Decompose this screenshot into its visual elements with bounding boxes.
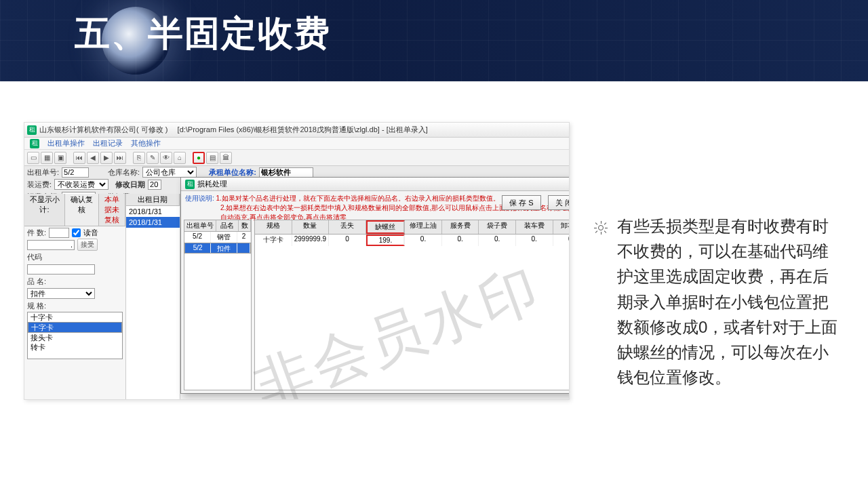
dot-input[interactable] (27, 240, 75, 250)
hide-subtotal-label: 不显示小计: (24, 194, 65, 226)
col-header: 卸车费 (553, 220, 570, 234)
jieshou-button[interactable]: 接受 (77, 239, 98, 251)
xiugai-input[interactable] (148, 180, 161, 190)
xiugai-label: 修改日期 (115, 180, 145, 190)
tb-copy-icon[interactable]: ⎘ (133, 152, 145, 164)
dialog-title: 损耗处理 (197, 179, 227, 189)
pending-review: 本单据未复核 (99, 194, 125, 226)
window-titlebar: 租 山东银杉计算机软件有限公司( 可修改 ) [d:\Program Files… (24, 123, 569, 138)
list-item[interactable]: 十字卡 (28, 312, 122, 322)
toolbar: ▭ ▦ ▣ ⏮ ◀ ▶ ⏭ ⎘ ✎ 👁 ⌂ ● ▤ 🏛 (24, 150, 569, 166)
app-icon: 租 (27, 125, 37, 135)
tb-building-icon[interactable]: 🏛 (220, 152, 232, 164)
side-explanation: 有些丢损类型是有时收费有时不收费的，可以在基础代码维护这里选成固定收费，再在后期… (617, 214, 841, 390)
slide-header-band: 五、半固定收费 (0, 0, 868, 81)
list-item[interactable]: 十字卡 (28, 322, 122, 333)
window-title-path: [d:\Program Files (x86)\银杉租赁软件2018戊狗普通版\… (178, 125, 428, 135)
window-title-company: 山东银杉计算机软件有限公司( 可修改 ) (39, 125, 167, 135)
tb-look-icon[interactable]: 👁 (160, 152, 172, 164)
tb-grid-icon[interactable]: ▤ (206, 152, 218, 164)
tb-wallet-icon[interactable]: ● (193, 152, 205, 164)
tb-first-icon[interactable]: ⏮ (73, 152, 85, 164)
col-header-queluosi[interactable]: 缺螺丝 (366, 220, 406, 234)
dialog-titlebar: 租 损耗处理 ✕ (181, 178, 570, 191)
chengzu-input[interactable] (259, 167, 313, 178)
col-header: 数 (239, 220, 251, 231)
dialog-icon: 租 (185, 180, 195, 189)
col-header: 服务费 (442, 220, 479, 234)
close-button[interactable]: 关 闭 X (548, 195, 570, 210)
menu-item[interactable]: 出租记录 (93, 138, 123, 148)
tb-prev-icon[interactable]: ◀ (87, 152, 99, 164)
chuzu-no-input[interactable] (62, 167, 89, 178)
jianshu-label: 件 数: (27, 228, 46, 238)
col-header: 规格 (255, 220, 292, 234)
guige-label: 规 格: (27, 301, 46, 311)
col-header: 袋子费 (479, 220, 516, 234)
tb-next-icon[interactable]: ▶ (100, 152, 113, 164)
col-header: 丢失 (329, 220, 366, 234)
chuzu-date-header: 出租日期 (126, 194, 180, 205)
zhuangyun-label: 装运费: (27, 180, 52, 190)
dialog-right-grid[interactable]: 规格 数量 丢失 缺螺丝 修理上油 服务费 袋子费 装车费 卸车费 十字卡 29… (254, 220, 570, 390)
loss-dialog: 租 损耗处理 ✕ 使用说明: 1.如果对某个品名进行处理，就在下面左表中选择相应… (180, 177, 570, 394)
daima-label: 代码 (27, 252, 42, 262)
queluosi-cell: 199. (366, 235, 406, 246)
tb-del-icon[interactable]: ▣ (54, 152, 66, 164)
mid-panel: 出租日期 2018/1/31 2018/1/31 (126, 194, 180, 399)
pinming-label: 品 名: (27, 277, 46, 287)
tb-new-icon[interactable]: ▭ (27, 152, 39, 164)
date-cell[interactable]: 2018/1/31 (126, 206, 180, 217)
col-header: 出租单号 (184, 220, 216, 231)
guige-list[interactable]: 十字卡 十字卡 接头卡 转卡 (27, 312, 123, 359)
list-item[interactable]: 接头卡 (28, 333, 122, 342)
tb-save-icon[interactable]: ▦ (41, 152, 53, 164)
confirm-review-header[interactable]: 确认复核 (65, 194, 99, 226)
table-row[interactable]: 5/2扣件 (184, 243, 251, 253)
left-panel: 不显示小计: 确认复核 本单据未复核 件 数: 读音 接受 代码 品 名: 扣 (24, 194, 126, 399)
tb-edit-icon[interactable]: ✎ (146, 152, 159, 164)
list-item[interactable]: 转卡 (28, 342, 122, 352)
app-icon-small: 租 (30, 139, 39, 148)
duyin-label: 读音 (83, 228, 98, 238)
tb-last-icon[interactable]: ⏭ (114, 152, 126, 164)
date-cell[interactable]: 2018/1/31 (126, 217, 180, 228)
screenshot-container: 租 山东银杉计算机软件有限公司( 可修改 ) [d:\Program Files… (24, 122, 570, 400)
zhuangyun-select[interactable]: 不收装运费 (54, 179, 108, 190)
menu-item[interactable]: 出租单操作 (47, 138, 85, 148)
save-button[interactable]: 保 存 S (502, 195, 540, 210)
cangku-select[interactable]: 公司仓库 (142, 167, 197, 178)
pinming-select[interactable]: 扣件 (27, 288, 95, 299)
dialog-left-grid[interactable]: 出租单号 品名 数 5/2钢管2 5/2扣件 (184, 220, 252, 390)
col-header: 装车费 (516, 220, 553, 234)
col-header: 数量 (292, 220, 330, 234)
jianshu-input[interactable] (49, 228, 69, 238)
cangku-label: 仓库名称: (108, 167, 140, 178)
menu-item[interactable]: 其他操作 (131, 138, 161, 148)
tb-lock-icon[interactable]: ⌂ (174, 152, 186, 164)
slide-title: 五、半固定收费 (75, 10, 331, 58)
dialog-close-icon[interactable]: ✕ (569, 179, 570, 188)
table-row[interactable]: 5/2钢管2 (184, 232, 251, 243)
table-row[interactable]: 十字卡 2999999.9 0 199. 0. 0. 0. 0. 0. (255, 235, 570, 246)
chengzu-label: 承租单位名称: (209, 167, 256, 178)
sun-icon (595, 222, 607, 234)
window-menubar[interactable]: 租 出租单操作 出租记录 其他操作 (24, 138, 569, 150)
instr-label: 使用说明: (185, 195, 214, 202)
chuzu-no-label: 出租单号: (27, 167, 59, 178)
col-header: 修理上油 (405, 220, 442, 234)
daima-input[interactable] (27, 264, 95, 274)
duyin-checkbox[interactable] (72, 228, 81, 237)
col-header: 品名 (216, 220, 239, 231)
